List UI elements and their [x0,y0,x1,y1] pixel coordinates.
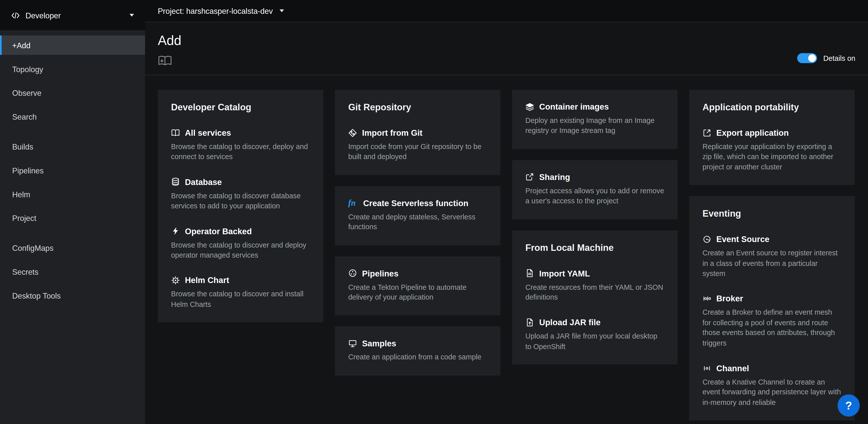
grid-column: Container images Deploy an existing Imag… [512,90,678,365]
sidebar-group: ConfigMaps Secrets Desktop Tools [0,238,145,305]
card-serverless-function[interactable]: fn Create Serverless function Create and… [335,186,500,245]
card-title: Eventing [703,208,841,219]
sidebar-group: +Add Topology Observe Search [0,35,145,126]
item-description: Create an application from a code sample [348,352,487,363]
item-description: Browse the catalog to discover, deploy a… [171,142,310,162]
card-title: From Local Machine [525,242,664,253]
item-description: Browse the catalog to discover database … [171,191,310,211]
card-samples[interactable]: Samples Create an application from a cod… [335,327,500,375]
item-label: Export application [716,128,788,138]
item-description: Import code from your Git repository to … [348,142,487,162]
open-book-add-icon [158,55,172,67]
sidebar-item-helm[interactable]: Helm [0,185,145,204]
item-description: Deploy an existing Image from an Image r… [525,116,664,136]
upload-jar-icon [525,318,534,327]
card-developer-catalog: Developer Catalog All services Browse th… [158,90,323,322]
item-label: Operator Backed [185,226,252,236]
channel-icon [703,364,711,372]
item-description: Create a Knative Channel to create an ev… [703,377,841,408]
sidebar-item-add[interactable]: +Add [0,35,145,55]
item-description: Create a Broker to define an event mesh … [703,308,841,348]
perspective-switcher[interactable]: Developer [0,0,145,31]
serverless-fn-icon: fn [348,199,358,207]
sidebar-item-observe[interactable]: Observe [0,83,145,103]
grid-column: Git Repository Import from Git Import c [335,90,500,375]
item-sharing[interactable]: Sharing Project access allows you to add… [525,172,664,206]
item-container-images[interactable]: Container images Deploy an existing Imag… [525,101,664,136]
chevron-down-icon [130,14,134,17]
item-label: Helm Chart [185,275,229,285]
item-import-yaml[interactable]: Import YAML Create resources from their … [525,268,664,303]
card-container-images[interactable]: Container images Deploy an existing Imag… [512,90,678,149]
sidebar-item-secrets[interactable]: Secrets [0,262,145,282]
item-description: Create and deploy stateless, Serverless … [348,212,487,232]
header-divider [145,75,868,76]
app-window: Project: harshcasper-localsta-dev Develo… [0,0,868,424]
helm-icon [171,276,180,285]
sidebar-item-builds[interactable]: Builds [0,137,145,156]
sidebar-group: Builds Pipelines Helm Project [0,137,145,227]
item-channel[interactable]: Channel Create a Knative Channel to crea… [703,363,841,408]
item-label: Database [185,177,222,187]
item-import-from-git[interactable]: Import from Git Import code from your Gi… [348,128,487,162]
card-eventing: Eventing Event Source Create an Event so… [689,196,855,421]
item-label: Samples [362,338,396,348]
item-event-source[interactable]: Event Source Create an Event source to r… [703,234,841,279]
item-label: Upload JAR file [539,317,600,328]
item-all-services[interactable]: All services Browse the catalog to disco… [171,128,310,162]
item-label: Create Serverless function [363,198,468,208]
card-pipelines[interactable]: Pipelines Create a Tekton Pipeline to au… [335,256,500,315]
item-label: Pipelines [362,268,398,279]
quick-starts-button[interactable] [158,55,172,69]
item-label: Broker [716,293,743,304]
details-toggle[interactable] [797,53,817,63]
toggle-knob [808,54,816,62]
card-from-local-machine: From Local Machine Import YAML Create re… [512,230,678,365]
page-title: Add [158,32,855,49]
item-operator-backed[interactable]: Operator Backed Browse the catalog to di… [171,226,310,260]
item-description: Create resources from their YAML or JSON… [525,282,664,303]
project-selector[interactable]: Project: harshcasper-localsta-dev [158,6,284,15]
card-sharing[interactable]: Sharing Project access allows you to add… [512,160,678,219]
item-label: Channel [716,363,749,373]
import-yaml-icon [525,269,534,278]
card-title: Git Repository [348,101,487,113]
git-icon [348,128,357,137]
sidebar-item-pipelines[interactable]: Pipelines [0,161,145,180]
event-source-icon [703,235,711,244]
item-samples[interactable]: Samples Create an application from a cod… [348,338,487,363]
card-title: Application portability [703,101,841,113]
add-page-grid: Developer Catalog All services Browse th… [158,90,855,421]
samples-icon [348,339,357,348]
help-button[interactable]: ? [838,394,860,417]
project-selector-label: Project: harshcasper-localsta-dev [158,6,273,15]
item-description: Create an Event source to register inter… [703,248,841,279]
item-broker[interactable]: Broker Create a Broker to define an even… [703,293,841,348]
item-export-application[interactable]: Export application Replicate your applic… [703,128,841,172]
item-description: Browse the catalog to discover and insta… [171,289,310,310]
item-label: All services [185,128,231,138]
item-label: Container images [539,101,609,112]
details-toggle-group: Details on [797,53,855,63]
item-description: Project access allows you to add or remo… [525,186,664,206]
item-helm-chart[interactable]: Helm Chart Browse the catalog to discove… [171,275,310,310]
database-icon [171,177,180,186]
perspective-label: Developer [25,11,61,20]
share-icon [525,172,534,181]
sidebar: +Add Topology Observe Search Builds Pipe… [0,31,145,424]
card-application-portability: Application portability Export applicati… [689,90,855,185]
item-create-serverless-function[interactable]: fn Create Serverless function Create and… [348,198,487,232]
item-database[interactable]: Database Browse the catalog to discover … [171,177,310,211]
item-description: Replicate your application by exporting … [703,142,841,172]
details-toggle-label: Details on [823,54,855,62]
item-upload-jar-file[interactable]: Upload JAR file Upload a JAR file from y… [525,317,664,352]
sidebar-item-search[interactable]: Search [0,107,145,126]
catalog-icon [171,128,180,137]
sidebar-item-desktop-tools[interactable]: Desktop Tools [0,286,145,305]
item-pipelines[interactable]: Pipelines Create a Tekton Pipeline to au… [348,268,487,303]
sidebar-item-topology[interactable]: Topology [0,59,145,79]
sidebar-item-project[interactable]: Project [0,208,145,228]
sidebar-item-configmaps[interactable]: ConfigMaps [0,238,145,258]
export-application-icon [703,128,711,137]
bolt-icon [171,227,180,235]
